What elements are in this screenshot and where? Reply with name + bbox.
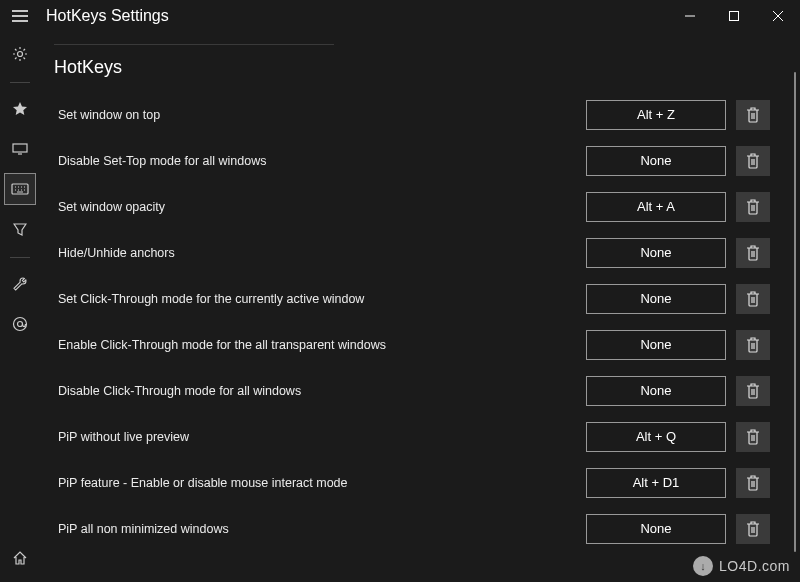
gear-icon	[12, 46, 28, 62]
svg-point-4	[14, 318, 27, 331]
minimize-icon	[685, 11, 695, 21]
watermark-text: LO4D.com	[719, 558, 790, 574]
hotkey-input[interactable]: None	[586, 238, 726, 268]
sidebar-item-display[interactable]	[4, 133, 36, 165]
sidebar-item-tools[interactable]	[4, 268, 36, 300]
hotkey-label: Disable Set-Top mode for all windows	[54, 154, 586, 168]
hotkey-input[interactable]: Alt + Z	[586, 100, 726, 130]
hotkey-label: Set window opacity	[54, 200, 586, 214]
trash-icon	[746, 107, 760, 123]
hotkey-input[interactable]: Alt + Q	[586, 422, 726, 452]
hotkey-row: Set window on topAlt + Z	[54, 92, 770, 138]
sidebar-item-favorites[interactable]	[4, 93, 36, 125]
delete-hotkey-button[interactable]	[736, 468, 770, 498]
star-icon	[12, 101, 28, 117]
section-title: HotKeys	[54, 57, 770, 78]
keyboard-icon	[11, 183, 29, 195]
hotkey-label: Disable Click-Through mode for all windo…	[54, 384, 586, 398]
wrench-icon	[12, 276, 28, 292]
sidebar-item-filter[interactable]	[4, 213, 36, 245]
hotkey-label: Set window on top	[54, 108, 586, 122]
minimize-button[interactable]	[668, 0, 712, 32]
window-controls	[668, 0, 800, 32]
hotkey-row: Set Click-Through mode for the currently…	[54, 276, 770, 322]
hotkey-label: PiP feature - Enable or disable mouse in…	[54, 476, 586, 490]
app-body: HotKeys Set window on topAlt + ZDisable …	[0, 32, 800, 582]
delete-hotkey-button[interactable]	[736, 330, 770, 360]
delete-hotkey-button[interactable]	[736, 422, 770, 452]
trash-icon	[746, 291, 760, 307]
close-button[interactable]	[756, 0, 800, 32]
hotkey-label: Hide/Unhide anchors	[54, 246, 586, 260]
hotkey-label: PiP without live preview	[54, 430, 586, 444]
delete-hotkey-button[interactable]	[736, 376, 770, 406]
hotkey-row: PiP feature - Enable or disable mouse in…	[54, 460, 770, 506]
maximize-icon	[729, 11, 739, 21]
hamburger-icon	[12, 10, 28, 22]
trash-icon	[746, 383, 760, 399]
delete-hotkey-button[interactable]	[736, 238, 770, 268]
scrollbar[interactable]	[794, 72, 797, 552]
hamburger-menu-button[interactable]	[0, 0, 40, 32]
window-title: HotKeys Settings	[46, 7, 169, 25]
hotkey-row: Disable Click-Through mode for all windo…	[54, 368, 770, 414]
delete-hotkey-button[interactable]	[736, 514, 770, 544]
svg-point-1	[18, 52, 23, 57]
trash-icon	[746, 521, 760, 537]
hotkey-input[interactable]: None	[586, 330, 726, 360]
trash-icon	[746, 153, 760, 169]
sidebar-item-about[interactable]	[4, 308, 36, 340]
hotkey-input[interactable]: None	[586, 514, 726, 544]
delete-hotkey-button[interactable]	[736, 284, 770, 314]
home-icon	[12, 550, 28, 566]
maximize-button[interactable]	[712, 0, 756, 32]
hotkey-label: PiP all non minimized windows	[54, 522, 586, 536]
hotkey-input[interactable]: None	[586, 284, 726, 314]
svg-rect-2	[13, 144, 27, 152]
hotkey-label: Set Click-Through mode for the currently…	[54, 292, 586, 306]
trash-icon	[746, 245, 760, 261]
watermark-bubble: ↓	[693, 556, 713, 576]
trash-icon	[746, 199, 760, 215]
delete-hotkey-button[interactable]	[736, 146, 770, 176]
hotkey-row: PiP without live previewAlt + Q	[54, 414, 770, 460]
hotkey-input[interactable]: None	[586, 146, 726, 176]
sidebar-item-hotkeys[interactable]	[4, 173, 36, 205]
trash-icon	[746, 475, 760, 491]
hotkey-row: Enable Click-Through mode for the all tr…	[54, 322, 770, 368]
hotkey-label: Enable Click-Through mode for the all tr…	[54, 338, 586, 352]
close-icon	[773, 11, 783, 21]
hotkey-row: Hide/Unhide anchorsNone	[54, 230, 770, 276]
sidebar-divider	[10, 82, 30, 83]
hotkey-row: Set window opacityAlt + A	[54, 184, 770, 230]
trash-icon	[746, 429, 760, 445]
watermark: ↓ LO4D.com	[693, 556, 790, 576]
content-area: HotKeys Set window on topAlt + ZDisable …	[40, 32, 800, 582]
hotkey-row: PiP all non minimized windowsNone	[54, 506, 770, 552]
svg-rect-0	[730, 12, 739, 21]
sidebar	[0, 32, 40, 582]
at-icon	[12, 316, 28, 332]
trash-icon	[746, 337, 760, 353]
sidebar-item-settings[interactable]	[4, 38, 36, 70]
hotkey-row: Disable Set-Top mode for all windowsNone	[54, 138, 770, 184]
svg-point-5	[18, 322, 23, 327]
hotkey-input[interactable]: Alt + D1	[586, 468, 726, 498]
sidebar-divider-2	[10, 257, 30, 258]
titlebar: HotKeys Settings	[0, 0, 800, 32]
filter-icon	[13, 222, 27, 236]
display-icon	[12, 143, 28, 155]
delete-hotkey-button[interactable]	[736, 192, 770, 222]
hotkey-input[interactable]: Alt + A	[586, 192, 726, 222]
delete-hotkey-button[interactable]	[736, 100, 770, 130]
header-divider	[54, 44, 334, 45]
hotkeys-list: Set window on topAlt + ZDisable Set-Top …	[54, 92, 770, 552]
sidebar-item-home[interactable]	[4, 542, 36, 574]
hotkey-input[interactable]: None	[586, 376, 726, 406]
